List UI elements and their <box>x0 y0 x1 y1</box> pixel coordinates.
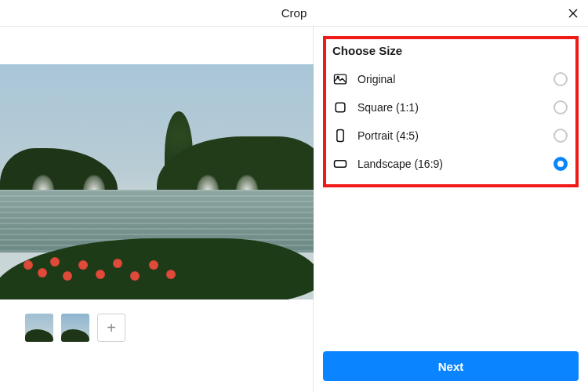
preview-flowers <box>24 237 212 292</box>
portrait-icon <box>332 128 348 143</box>
image-icon <box>332 71 348 87</box>
svg-rect-4 <box>335 161 347 167</box>
preview-fountain <box>235 174 259 191</box>
close-icon <box>567 7 579 20</box>
option-landscape[interactable]: Landscape (16:9) <box>332 150 569 178</box>
main: + Choose Size Original <box>0 27 588 392</box>
thumbnail-2[interactable] <box>61 314 89 342</box>
radio-square[interactable] <box>554 100 568 114</box>
choose-size-title: Choose Size <box>332 44 569 57</box>
svg-rect-3 <box>337 130 343 142</box>
square-icon <box>332 100 348 115</box>
thumbnail-strip: + <box>25 314 125 342</box>
option-original[interactable]: Original <box>332 65 569 93</box>
radio-landscape[interactable] <box>554 157 568 171</box>
header: Crop <box>0 0 588 27</box>
image-preview[interactable] <box>0 64 314 299</box>
left-panel: + <box>0 27 314 392</box>
plus-icon: + <box>107 319 116 337</box>
option-label: Portrait (4:5) <box>358 129 419 142</box>
thumbnail-1[interactable] <box>25 314 53 342</box>
option-label: Square (1:1) <box>358 101 419 114</box>
highlight-box: Choose Size Original Square (1:1) <box>323 36 579 187</box>
option-label: Landscape (16:9) <box>358 158 443 170</box>
close-button[interactable] <box>564 5 582 22</box>
option-square[interactable]: Square (1:1) <box>332 93 569 122</box>
add-thumbnail-button[interactable]: + <box>97 314 125 342</box>
page-title: Crop <box>281 6 307 20</box>
preview-fountain <box>196 174 220 191</box>
option-portrait[interactable]: Portrait (4:5) <box>332 122 569 150</box>
next-button[interactable]: Next <box>323 351 579 381</box>
landscape-icon <box>332 156 348 172</box>
svg-point-1 <box>337 76 339 78</box>
radio-portrait[interactable] <box>554 129 568 143</box>
svg-rect-2 <box>336 103 345 112</box>
right-panel: Choose Size Original Square (1:1) <box>314 27 588 392</box>
preview-fountain <box>82 174 106 191</box>
radio-original[interactable] <box>554 72 568 86</box>
option-label: Original <box>358 73 395 85</box>
preview-fountain <box>31 174 55 191</box>
